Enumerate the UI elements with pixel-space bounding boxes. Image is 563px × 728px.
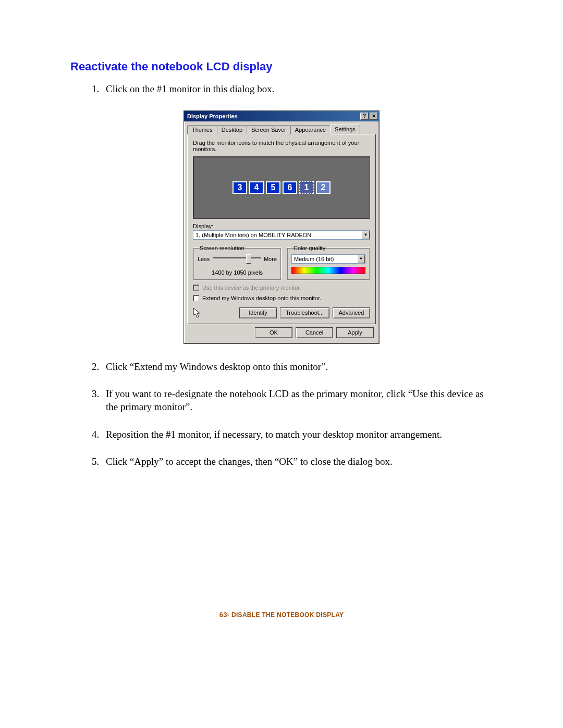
advanced-button[interactable]: Advanced: [333, 307, 370, 318]
monitor-icon-1-selected[interactable]: 1: [299, 181, 314, 194]
slider-ticks: · · · · · ·: [198, 264, 277, 268]
chevron-down-icon: ▼: [357, 255, 365, 263]
display-dropdown[interactable]: 1. (Multiple Monitors) on MOBILITY RADEO…: [193, 230, 370, 240]
tab-themes[interactable]: Themes: [187, 125, 217, 134]
tab-screensaver[interactable]: Screen Saver: [247, 125, 291, 134]
primary-monitor-label: Use this device as the primary monitor.: [202, 285, 301, 291]
steps-list: Click on the #1 monitor in this dialog b…: [70, 83, 493, 96]
monitor-arrangement-area[interactable]: 3 4 5 6 1 2: [193, 156, 370, 219]
primary-monitor-checkbox-row: Use this device as the primary monitor.: [193, 285, 370, 291]
color-quality-value: Medium (16 bit): [294, 256, 334, 262]
monitor-icon-2[interactable]: 2: [316, 181, 331, 194]
step-1: Click on the #1 monitor in this dialog b…: [102, 83, 493, 96]
step-4: Reposition the #1 monitor, if necessary,…: [102, 428, 493, 441]
color-quality-legend: Color quality: [291, 245, 327, 251]
step-3: If you want to re-designate the notebook…: [102, 388, 493, 413]
settings-instruction: Drag the monitor icons to match the phys…: [193, 140, 370, 152]
page-number: 63-: [219, 611, 230, 619]
help-button[interactable]: ?: [360, 113, 369, 120]
monitor-icon-3[interactable]: 3: [232, 181, 247, 194]
settings-panel: Drag the monitor icons to match the phys…: [187, 134, 376, 324]
cursor-icon: [193, 307, 202, 318]
primary-monitor-checkbox: [193, 285, 199, 291]
step-5: Click “Apply” to accept the changes, the…: [102, 455, 493, 468]
tab-row: Themes Desktop Screen Saver Appearance S…: [184, 121, 379, 134]
extend-desktop-label: Extend my Windows desktop onto this moni…: [202, 295, 321, 301]
chevron-down-icon: ▼: [362, 231, 370, 239]
identify-button[interactable]: Identify: [239, 307, 277, 318]
section-heading: Reactivate the notebook LCD display: [70, 60, 493, 73]
close-button[interactable]: ✕: [370, 113, 378, 120]
titlebar: Display Properties ? ✕: [184, 111, 379, 121]
monitor-icon-6[interactable]: 6: [283, 181, 297, 194]
display-dropdown-value: 1. (Multiple Monitors) on MOBILITY RADEO…: [195, 232, 311, 238]
step-2: Click “Extend my Windows desktop onto th…: [102, 361, 493, 374]
extend-desktop-checkbox-row[interactable]: Extend my Windows desktop onto this moni…: [193, 295, 370, 301]
slider-more-label: More: [264, 256, 277, 262]
resolution-value: 1400 by 1050 pixels: [198, 269, 277, 276]
slider-less-label: Less: [198, 256, 210, 262]
cancel-button[interactable]: Cancel: [296, 327, 333, 338]
tab-settings[interactable]: Settings: [330, 125, 360, 134]
apply-button[interactable]: Apply: [336, 327, 374, 338]
footer-first-letter: D: [231, 611, 236, 619]
troubleshoot-button[interactable]: Troubleshoot...: [280, 307, 329, 318]
resolution-slider[interactable]: [213, 254, 261, 264]
screen-resolution-legend: Screen resolution: [198, 245, 247, 251]
dialog-figure: Display Properties ? ✕ Themes Desktop Sc…: [70, 110, 493, 344]
color-quality-group: Color quality Medium (16 bit) ▼: [287, 245, 370, 280]
display-label: Display:: [193, 223, 370, 229]
tab-appearance[interactable]: Appearance: [290, 125, 331, 134]
steps-list-cont: Click “Extend my Windows desktop onto th…: [70, 361, 493, 468]
color-quality-dropdown[interactable]: Medium (16 bit) ▼: [291, 254, 365, 264]
slider-thumb[interactable]: [246, 254, 251, 264]
page-footer: 63- DISABLE THE NOTEBOOK DISPLAY: [0, 611, 563, 619]
extend-desktop-checkbox[interactable]: [193, 295, 199, 301]
window-title: Display Properties: [187, 113, 359, 119]
tab-desktop[interactable]: Desktop: [217, 125, 247, 134]
monitor-icon-4[interactable]: 4: [249, 181, 264, 194]
screen-resolution-group: Screen resolution Less More · · · · · · …: [193, 245, 282, 280]
footer-rest: ISABLE THE NOTEBOOK DISPLAY: [236, 611, 344, 619]
monitor-icon-5[interactable]: 5: [266, 181, 280, 194]
display-properties-dialog: Display Properties ? ✕ Themes Desktop Sc…: [183, 110, 380, 344]
color-spectrum: [291, 267, 365, 274]
ok-button[interactable]: OK: [255, 327, 292, 338]
